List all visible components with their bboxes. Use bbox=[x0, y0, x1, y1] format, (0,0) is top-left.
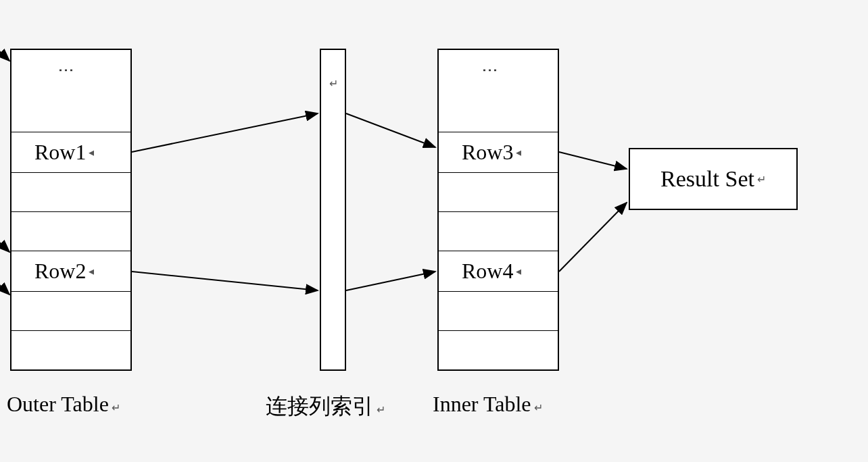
row-label: Row4 bbox=[462, 259, 513, 284]
marker-icon: ◂ bbox=[89, 265, 94, 278]
svg-line-2 bbox=[0, 240, 9, 252]
outer-table-row1: Row1 ◂ bbox=[11, 132, 130, 173]
svg-line-8 bbox=[559, 152, 627, 169]
outer-table-empty bbox=[11, 173, 130, 212]
svg-line-6 bbox=[346, 113, 435, 147]
outer-table-empty bbox=[11, 212, 130, 251]
svg-line-9 bbox=[559, 203, 627, 272]
row-label: Row3 bbox=[462, 140, 513, 165]
svg-line-1 bbox=[0, 49, 9, 61]
inner-table-header: ⋮ bbox=[439, 50, 558, 132]
inner-table-empty bbox=[439, 292, 558, 331]
inner-table-row3: Row3 ◂ bbox=[439, 132, 558, 173]
inner-table: ⋮ Row3 ◂ Row4 ◂ bbox=[437, 49, 559, 371]
inner-table-row4: Row4 ◂ bbox=[439, 251, 558, 292]
outer-table-label: Outer Table↵ bbox=[7, 392, 120, 417]
result-set-label: Result Set bbox=[660, 166, 754, 192]
marker-icon: ◂ bbox=[516, 265, 521, 278]
inner-table-empty bbox=[439, 331, 558, 370]
index-column-label: 连接列索引↵ bbox=[266, 392, 385, 421]
outer-table-empty bbox=[11, 331, 130, 370]
outer-table-empty bbox=[11, 292, 130, 331]
svg-line-4 bbox=[132, 113, 318, 152]
vertical-dots-icon: ⋮ bbox=[486, 62, 493, 80]
outer-table: ⋮ Row1 ◂ Row2 ◂ bbox=[10, 49, 132, 371]
inner-table-empty bbox=[439, 173, 558, 212]
row-label: Row2 bbox=[34, 259, 86, 284]
svg-line-5 bbox=[132, 272, 318, 290]
svg-line-3 bbox=[0, 282, 9, 294]
vertical-dots-icon: ⋮ bbox=[62, 62, 69, 80]
outer-table-row2: Row2 ◂ bbox=[11, 251, 130, 292]
result-set: Result Set↵ bbox=[629, 148, 798, 210]
svg-line-7 bbox=[346, 272, 435, 290]
inner-table-empty bbox=[439, 212, 558, 251]
marker-icon: ◂ bbox=[89, 146, 94, 159]
marker-icon: ◂ bbox=[516, 146, 521, 159]
inner-table-label: Inner Table↵ bbox=[433, 392, 543, 417]
outer-table-header: ⋮ bbox=[11, 50, 130, 132]
marker-icon: ↵ bbox=[329, 77, 338, 90]
row-label: Row1 bbox=[34, 140, 86, 165]
index-column: ↵ bbox=[320, 49, 346, 371]
